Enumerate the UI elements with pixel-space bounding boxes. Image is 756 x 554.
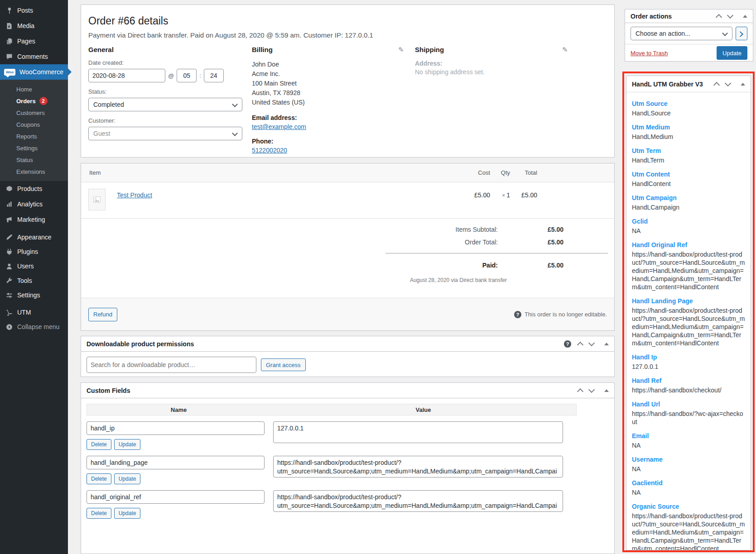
sidebar-item-tools[interactable]: Tools [0, 273, 68, 288]
collapse-toggle-icon[interactable] [741, 83, 745, 86]
product-link[interactable]: Test Product [117, 191, 152, 199]
order-actions-panel: Order actions Choose an action... Move t… [625, 9, 753, 62]
date-created-input[interactable] [88, 69, 165, 82]
paintbrush-icon [5, 234, 13, 241]
column-header-name: Name [87, 406, 270, 413]
sidebar-item-marketing[interactable]: Marketing [0, 212, 68, 227]
sidebar-item-collapse-menu[interactable]: Collapse menu [0, 320, 68, 334]
submenu-item-coupons[interactable]: Coupons [0, 119, 68, 130]
update-order-button[interactable]: Update [717, 46, 747, 60]
minute-input[interactable] [204, 69, 224, 82]
custom-field-name-input[interactable] [87, 456, 265, 469]
update-button[interactable]: Update [114, 439, 141, 450]
delete-button[interactable]: Delete [87, 439, 111, 450]
custom-field-name-input[interactable] [87, 490, 265, 504]
collapse-toggle-icon[interactable] [604, 343, 609, 345]
submenu-item-settings[interactable]: Settings [0, 142, 68, 154]
submenu-item-label: Orders [16, 98, 36, 105]
utm-field-email: Email NA [632, 432, 745, 449]
move-down-icon[interactable] [725, 80, 731, 86]
sidebar-item-woocommerce[interactable]: Woo WooCommerce [0, 64, 68, 80]
custom-field-actions: Delete Update [87, 473, 273, 484]
at-symbol: @ [168, 72, 174, 79]
sidebar-item-label: Tools [17, 277, 32, 284]
utm-field-handl-ip: Handl Ip 127.0.0.1 [632, 353, 745, 371]
move-down-icon[interactable] [588, 387, 595, 393]
custom-field-value-textarea[interactable] [273, 456, 563, 478]
custom-fields-heading: Custom Fields [87, 387, 130, 394]
apply-action-button[interactable] [736, 27, 747, 40]
custom-field-value-textarea[interactable] [273, 421, 563, 443]
paid-date-note: August 28, 2020 via Direct bank transfer [385, 277, 608, 283]
order-total-value: £5.00 [498, 239, 563, 246]
sidebar-item-users[interactable]: Users [0, 259, 68, 273]
billing-address-line: 100 Main Street [252, 79, 401, 88]
custom-field-name-cell: Delete Update [87, 456, 273, 484]
sidebar-item-label: Settings [17, 291, 40, 299]
hour-input[interactable] [177, 69, 197, 82]
move-down-icon[interactable] [588, 340, 595, 346]
pin-icon [5, 7, 13, 14]
sidebar-item-label: Marketing [17, 216, 45, 223]
sidebar-item-label: Users [17, 263, 34, 270]
update-button[interactable]: Update [114, 508, 141, 519]
sidebar-lower-group: Appearance Plugins Users Tools Settings [0, 227, 68, 334]
move-up-icon[interactable] [713, 82, 720, 88]
delete-button[interactable]: Delete [87, 473, 111, 484]
sidebar-item-settings[interactable]: Settings [0, 288, 68, 302]
collapse-toggle-icon[interactable] [604, 389, 609, 392]
move-down-icon[interactable] [727, 12, 733, 19]
update-button[interactable]: Update [114, 473, 141, 484]
sidebar-item-analytics[interactable]: Analytics [0, 196, 68, 212]
sidebar-item-media[interactable]: Media [0, 18, 68, 33]
edit-shipping-pencil-icon[interactable]: ✎ [562, 46, 568, 54]
grant-access-button[interactable]: Grant access [261, 358, 306, 371]
paid-row: Paid: £5.00 [385, 259, 608, 272]
billing-column: Billing John Doe Acme Inc. 100 Main Stre… [252, 46, 401, 154]
submenu-item-status[interactable]: Status [0, 154, 68, 166]
move-up-icon[interactable] [716, 14, 722, 20]
billing-phone-link[interactable]: 5122002020 [252, 147, 287, 154]
sidebar-item-appearance[interactable]: Appearance [0, 230, 68, 244]
custom-field-actions: Delete Update [87, 439, 273, 450]
item-qty: ×1 [490, 191, 510, 199]
custom-field-value-textarea[interactable] [273, 490, 563, 512]
help-icon[interactable]: ? [564, 340, 571, 348]
sidebar-item-pages[interactable]: Pages [0, 33, 68, 49]
sidebar-item-posts[interactable]: Posts [0, 3, 68, 18]
sidebar-item-products[interactable]: Products [0, 181, 68, 196]
order-action-select[interactable]: Choose an action... [631, 27, 732, 40]
utm-field-value: HandLTerm [632, 156, 745, 164]
submenu-item-orders[interactable]: Orders 2 [0, 95, 68, 107]
move-to-trash-link[interactable]: Move to Trash [631, 50, 668, 57]
utm-field-utm-term: Utm Term HandLTerm [632, 147, 745, 164]
edit-billing-pencil-icon[interactable]: ✎ [398, 46, 404, 54]
customer-select[interactable]: Guest [88, 127, 242, 140]
billing-email-link[interactable]: test@example.com [252, 123, 306, 130]
sidebar-item-utm[interactable]: UTM [0, 305, 68, 320]
times-symbol: × [502, 192, 505, 199]
utm-field-label: Handl Url [632, 400, 745, 408]
utm-field-label: Gaclientid [632, 479, 745, 487]
submenu-item-home[interactable]: Home [0, 83, 68, 95]
delete-button[interactable]: Delete [87, 508, 111, 519]
submenu-item-customers[interactable]: Customers [0, 107, 68, 119]
help-icon[interactable]: ? [514, 311, 521, 318]
move-up-icon[interactable] [577, 342, 583, 348]
product-thumbnail[interactable] [88, 189, 106, 210]
collapse-toggle-icon[interactable] [743, 15, 747, 18]
submenu-item-extensions[interactable]: Extensions [0, 166, 68, 177]
sidebar-item-label: Pages [17, 38, 35, 45]
status-label: Status: [88, 88, 243, 95]
downloadable-product-search-input[interactable] [87, 357, 256, 373]
utm-field-utm-source: Utm Source HandLSource [632, 100, 745, 117]
order-status-select[interactable]: Completed [88, 98, 242, 111]
sidebar-item-comments[interactable]: Comments [0, 49, 68, 64]
megaphone-icon [5, 216, 13, 224]
move-up-icon[interactable] [577, 388, 583, 395]
refund-button[interactable]: Refund [88, 308, 117, 321]
submenu-item-reports[interactable]: Reports [0, 130, 68, 142]
sidebar-item-plugins[interactable]: Plugins [0, 244, 68, 259]
custom-field-name-input[interactable] [87, 421, 265, 435]
customer-label: Customer: [88, 117, 243, 124]
